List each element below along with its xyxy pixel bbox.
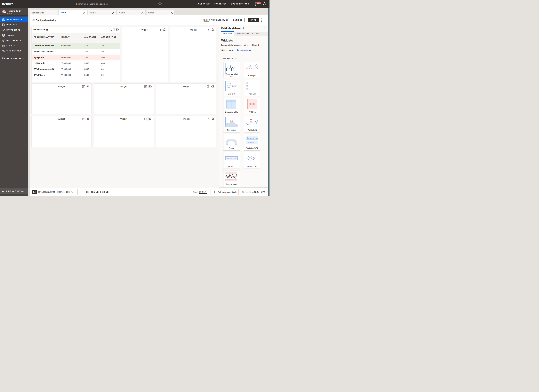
svg-text:Datapoint: Datapoint: [247, 137, 254, 139]
svg-text:XX.XX: XX.XX: [249, 103, 255, 105]
svg-text:abcdefghijkl: abcdefghijkl: [226, 157, 236, 159]
svg-text:Datapoint: Datapoint: [247, 142, 254, 143]
